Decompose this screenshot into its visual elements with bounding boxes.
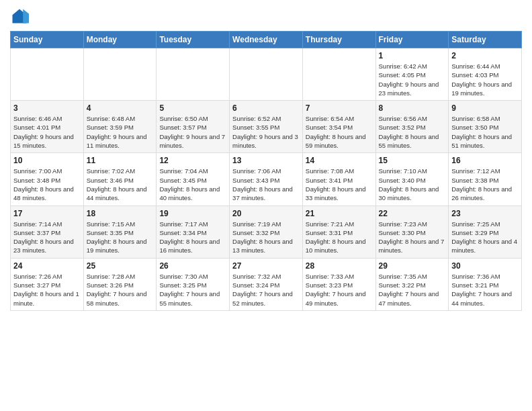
day-number: 22 xyxy=(379,209,446,218)
week-row-2: 3Sunrise: 6:46 AM Sunset: 4:01 PM Daylig… xyxy=(11,101,522,153)
day-cell: 26Sunrise: 7:30 AM Sunset: 3:25 PM Dayli… xyxy=(157,258,230,310)
day-info: Sunrise: 7:00 AM Sunset: 3:48 PM Dayligh… xyxy=(13,167,81,202)
col-header-monday: Monday xyxy=(83,32,157,48)
day-info: Sunrise: 6:50 AM Sunset: 3:57 PM Dayligh… xyxy=(159,114,226,150)
day-info: Sunrise: 6:48 AM Sunset: 3:59 PM Dayligh… xyxy=(87,114,154,150)
col-header-thursday: Thursday xyxy=(302,32,375,48)
logo xyxy=(10,7,32,26)
day-info: Sunrise: 7:26 AM Sunset: 3:27 PM Dayligh… xyxy=(13,272,81,308)
day-number: 4 xyxy=(87,103,154,113)
day-number: 3 xyxy=(13,103,81,113)
day-info: Sunrise: 7:08 AM Sunset: 3:41 PM Dayligh… xyxy=(306,167,373,202)
day-number: 26 xyxy=(159,261,226,271)
day-cell: 24Sunrise: 7:26 AM Sunset: 3:27 PM Dayli… xyxy=(11,258,84,310)
day-cell: 8Sunrise: 6:56 AM Sunset: 3:52 PM Daylig… xyxy=(375,101,449,153)
day-cell: 11Sunrise: 7:02 AM Sunset: 3:46 PM Dayli… xyxy=(83,153,157,205)
day-cell: 19Sunrise: 7:17 AM Sunset: 3:34 PM Dayli… xyxy=(157,205,230,258)
day-info: Sunrise: 7:36 AM Sunset: 3:21 PM Dayligh… xyxy=(451,272,519,308)
day-cell: 16Sunrise: 7:12 AM Sunset: 3:38 PM Dayli… xyxy=(449,153,522,205)
day-number: 2 xyxy=(451,51,519,60)
day-number: 18 xyxy=(87,209,154,218)
day-info: Sunrise: 7:25 AM Sunset: 3:29 PM Dayligh… xyxy=(451,220,519,255)
day-number: 29 xyxy=(379,261,446,271)
day-number: 6 xyxy=(232,103,300,113)
day-cell: 10Sunrise: 7:00 AM Sunset: 3:48 PM Dayli… xyxy=(11,153,84,205)
day-cell: 14Sunrise: 7:08 AM Sunset: 3:41 PM Dayli… xyxy=(302,153,375,205)
col-header-sunday: Sunday xyxy=(11,32,84,48)
day-info: Sunrise: 6:42 AM Sunset: 4:05 PM Dayligh… xyxy=(379,62,446,97)
day-cell: 29Sunrise: 7:35 AM Sunset: 3:22 PM Dayli… xyxy=(375,258,449,310)
day-cell: 25Sunrise: 7:28 AM Sunset: 3:26 PM Dayli… xyxy=(83,258,157,310)
day-cell xyxy=(302,48,375,101)
day-info: Sunrise: 6:54 AM Sunset: 3:54 PM Dayligh… xyxy=(306,114,373,150)
day-number: 1 xyxy=(379,51,446,60)
day-info: Sunrise: 7:04 AM Sunset: 3:45 PM Dayligh… xyxy=(159,167,226,202)
day-number: 19 xyxy=(159,209,226,218)
day-number: 13 xyxy=(232,156,300,165)
day-number: 28 xyxy=(306,261,373,271)
day-number: 16 xyxy=(451,156,519,165)
day-number: 24 xyxy=(13,261,81,271)
day-info: Sunrise: 7:19 AM Sunset: 3:32 PM Dayligh… xyxy=(232,220,300,255)
day-number: 17 xyxy=(13,209,81,218)
day-info: Sunrise: 6:56 AM Sunset: 3:52 PM Dayligh… xyxy=(379,114,446,150)
day-cell xyxy=(11,48,84,101)
page: SundayMondayTuesdayWednesdayThursdayFrid… xyxy=(0,0,532,411)
day-info: Sunrise: 7:14 AM Sunset: 3:37 PM Dayligh… xyxy=(13,220,81,255)
day-info: Sunrise: 7:23 AM Sunset: 3:30 PM Dayligh… xyxy=(379,220,446,255)
calendar-table: SundayMondayTuesdayWednesdayThursdayFrid… xyxy=(10,31,522,311)
day-cell: 30Sunrise: 7:36 AM Sunset: 3:21 PM Dayli… xyxy=(449,258,522,310)
day-number: 11 xyxy=(87,156,154,165)
day-cell: 12Sunrise: 7:04 AM Sunset: 3:45 PM Dayli… xyxy=(157,153,230,205)
logo-icon xyxy=(10,7,29,26)
day-cell xyxy=(230,48,303,101)
day-number: 20 xyxy=(232,209,300,218)
svg-marker-1 xyxy=(23,9,29,24)
day-info: Sunrise: 6:44 AM Sunset: 4:03 PM Dayligh… xyxy=(451,62,519,97)
week-row-5: 24Sunrise: 7:26 AM Sunset: 3:27 PM Dayli… xyxy=(11,258,522,310)
day-cell: 27Sunrise: 7:32 AM Sunset: 3:24 PM Dayli… xyxy=(230,258,303,310)
day-cell: 23Sunrise: 7:25 AM Sunset: 3:29 PM Dayli… xyxy=(449,205,522,258)
header xyxy=(10,7,522,26)
day-info: Sunrise: 7:30 AM Sunset: 3:25 PM Dayligh… xyxy=(159,272,226,308)
day-number: 15 xyxy=(379,156,446,165)
day-number: 23 xyxy=(451,209,519,218)
day-cell xyxy=(83,48,157,101)
day-cell: 7Sunrise: 6:54 AM Sunset: 3:54 PM Daylig… xyxy=(302,101,375,153)
day-number: 21 xyxy=(306,209,373,218)
day-number: 27 xyxy=(232,261,300,271)
day-cell: 22Sunrise: 7:23 AM Sunset: 3:30 PM Dayli… xyxy=(375,205,449,258)
day-cell: 17Sunrise: 7:14 AM Sunset: 3:37 PM Dayli… xyxy=(11,205,84,258)
day-info: Sunrise: 7:06 AM Sunset: 3:43 PM Dayligh… xyxy=(232,167,300,202)
day-cell: 6Sunrise: 6:52 AM Sunset: 3:55 PM Daylig… xyxy=(230,101,303,153)
day-cell: 28Sunrise: 7:33 AM Sunset: 3:23 PM Dayli… xyxy=(302,258,375,310)
col-header-friday: Friday xyxy=(375,32,449,48)
day-info: Sunrise: 7:21 AM Sunset: 3:31 PM Dayligh… xyxy=(306,220,373,255)
day-info: Sunrise: 7:10 AM Sunset: 3:40 PM Dayligh… xyxy=(379,167,446,202)
day-number: 7 xyxy=(306,103,373,113)
day-cell: 21Sunrise: 7:21 AM Sunset: 3:31 PM Dayli… xyxy=(302,205,375,258)
day-cell: 13Sunrise: 7:06 AM Sunset: 3:43 PM Dayli… xyxy=(230,153,303,205)
day-info: Sunrise: 7:33 AM Sunset: 3:23 PM Dayligh… xyxy=(306,272,373,308)
day-info: Sunrise: 6:52 AM Sunset: 3:55 PM Dayligh… xyxy=(232,114,300,150)
day-info: Sunrise: 7:12 AM Sunset: 3:38 PM Dayligh… xyxy=(451,167,519,202)
day-number: 8 xyxy=(379,103,446,113)
day-cell: 2Sunrise: 6:44 AM Sunset: 4:03 PM Daylig… xyxy=(449,48,522,101)
day-number: 10 xyxy=(13,156,81,165)
day-info: Sunrise: 7:02 AM Sunset: 3:46 PM Dayligh… xyxy=(87,167,154,202)
day-number: 12 xyxy=(159,156,226,165)
day-info: Sunrise: 7:15 AM Sunset: 3:35 PM Dayligh… xyxy=(87,220,154,255)
day-cell xyxy=(157,48,230,101)
week-row-4: 17Sunrise: 7:14 AM Sunset: 3:37 PM Dayli… xyxy=(11,205,522,258)
col-header-wednesday: Wednesday xyxy=(230,32,303,48)
day-cell: 20Sunrise: 7:19 AM Sunset: 3:32 PM Dayli… xyxy=(230,205,303,258)
day-info: Sunrise: 6:58 AM Sunset: 3:50 PM Dayligh… xyxy=(451,114,519,150)
header-row: SundayMondayTuesdayWednesdayThursdayFrid… xyxy=(11,32,522,48)
col-header-saturday: Saturday xyxy=(449,32,522,48)
day-number: 30 xyxy=(451,261,519,271)
day-cell: 9Sunrise: 6:58 AM Sunset: 3:50 PM Daylig… xyxy=(449,101,522,153)
day-number: 9 xyxy=(451,103,519,113)
col-header-tuesday: Tuesday xyxy=(157,32,230,48)
day-cell: 15Sunrise: 7:10 AM Sunset: 3:40 PM Dayli… xyxy=(375,153,449,205)
day-info: Sunrise: 7:35 AM Sunset: 3:22 PM Dayligh… xyxy=(379,272,446,308)
